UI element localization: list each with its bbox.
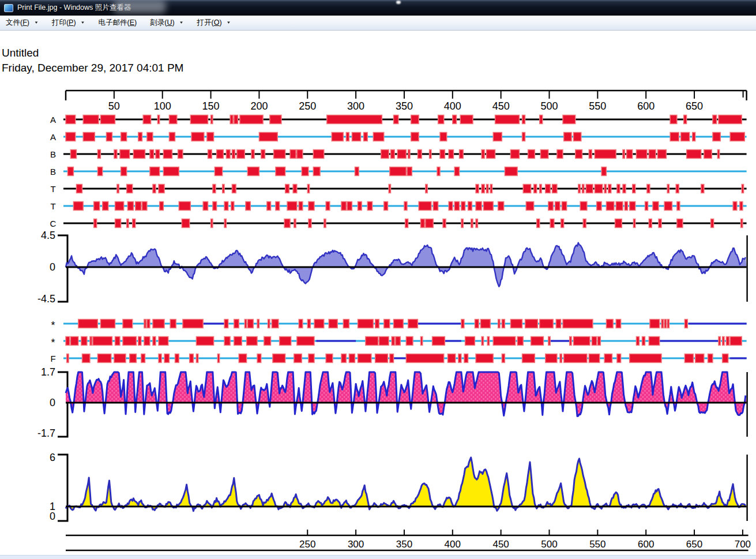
- track-c: C: [50, 219, 747, 228]
- top-ruler: 50100150200250300350400450500550600650: [66, 91, 747, 112]
- track-b1: B: [50, 149, 747, 159]
- svg-text:-4.5: -4.5: [37, 293, 55, 305]
- svg-text:450: 450: [492, 100, 510, 112]
- svg-text:4.5: 4.5: [41, 230, 55, 241]
- svg-text:-1.7: -1.7: [37, 427, 55, 439]
- svg-text:350: 350: [396, 539, 412, 550]
- menu-item-burn[interactable]: 刻录(U) ▼: [150, 18, 183, 28]
- menu-item-file-label: 文件(F): [6, 18, 29, 28]
- menu-item-open[interactable]: 打开(O) ▼: [197, 18, 231, 28]
- svg-text:A: A: [50, 115, 56, 125]
- svg-text:650: 650: [686, 100, 703, 112]
- svg-text:150: 150: [202, 100, 220, 112]
- svg-text:B: B: [50, 149, 56, 159]
- screen-artifact: [113, 0, 166, 13]
- svg-text:0: 0: [50, 261, 55, 273]
- area-plot-2: 1.70-1.7: [37, 366, 747, 439]
- menu-item-print[interactable]: 打印(P) ▼: [52, 18, 85, 28]
- track-s1: *: [51, 320, 746, 332]
- svg-text:100: 100: [154, 100, 171, 112]
- track-f: F: [50, 354, 746, 363]
- menu-item-email[interactable]: 电子邮件(E): [99, 18, 137, 28]
- svg-text:700: 700: [735, 539, 751, 550]
- svg-text:450: 450: [492, 539, 509, 550]
- svg-text:400: 400: [444, 100, 461, 112]
- track-a1: A: [50, 115, 747, 125]
- track-s2: *: [51, 337, 746, 349]
- chevron-down-icon: ▼: [34, 21, 39, 25]
- svg-text:300: 300: [348, 539, 364, 550]
- area-plot-3: 610: [50, 452, 747, 522]
- svg-text:C: C: [50, 219, 57, 228]
- svg-text:0: 0: [50, 511, 55, 522]
- menu-item-print-label: 打印(P): [52, 18, 76, 28]
- svg-text:T: T: [50, 201, 55, 211]
- svg-text:*: *: [51, 320, 55, 331]
- svg-text:500: 500: [540, 100, 558, 112]
- svg-text:200: 200: [250, 100, 268, 112]
- svg-text:250: 250: [299, 539, 315, 550]
- menu-bar: 文件(F) ▼ 打印(P) ▼ 电子邮件(E) 刻录(U) ▼ 打开(O) ▼: [0, 16, 756, 31]
- svg-text:500: 500: [541, 539, 557, 550]
- svg-text:250: 250: [299, 100, 316, 112]
- svg-text:600: 600: [637, 100, 655, 112]
- bottom-ruler: 250300350400450500550600650700: [66, 530, 751, 550]
- screen-artifact-dot: [396, 1, 401, 4]
- track-a2: A: [50, 132, 747, 142]
- svg-text:6: 6: [50, 452, 55, 463]
- svg-text:550: 550: [589, 539, 605, 550]
- photo-canvas: 50100150200250300350400450500550600650AA…: [0, 0, 756, 559]
- svg-text:600: 600: [638, 539, 654, 550]
- svg-text:300: 300: [347, 100, 364, 112]
- svg-text:50: 50: [108, 100, 120, 112]
- chevron-down-icon: ▼: [179, 21, 184, 25]
- track-b2: B: [50, 167, 747, 177]
- track-t1: T: [50, 184, 746, 194]
- svg-text:T: T: [50, 184, 55, 194]
- svg-text:A: A: [50, 132, 56, 142]
- document-date: Friday, December 29, 2017 04:01 PM: [2, 62, 183, 74]
- chevron-down-icon: ▼: [227, 21, 231, 25]
- menu-item-burn-label: 刻录(U): [150, 18, 174, 28]
- menu-item-open-label: 打开(O): [197, 18, 222, 28]
- svg-text:B: B: [50, 167, 56, 177]
- menu-item-email-label: 电子邮件(E): [99, 18, 137, 28]
- document-title: Untitled: [2, 47, 39, 59]
- area-plot-1: 4.50-4.5: [37, 230, 747, 305]
- photo-viewer-icon: [4, 4, 13, 12]
- svg-text:*: *: [51, 337, 55, 348]
- svg-text:400: 400: [445, 539, 461, 550]
- svg-text:0: 0: [50, 397, 55, 408]
- viewer-bottom-strip: [0, 555, 756, 559]
- chevron-down-icon: ▼: [81, 21, 85, 25]
- menu-item-file[interactable]: 文件(F) ▼: [6, 18, 39, 28]
- svg-text:650: 650: [686, 539, 702, 550]
- svg-text:350: 350: [396, 100, 413, 112]
- svg-text:550: 550: [589, 100, 606, 112]
- track-t2: T: [50, 201, 746, 211]
- svg-text:1.7: 1.7: [41, 366, 55, 378]
- svg-text:F: F: [50, 354, 55, 363]
